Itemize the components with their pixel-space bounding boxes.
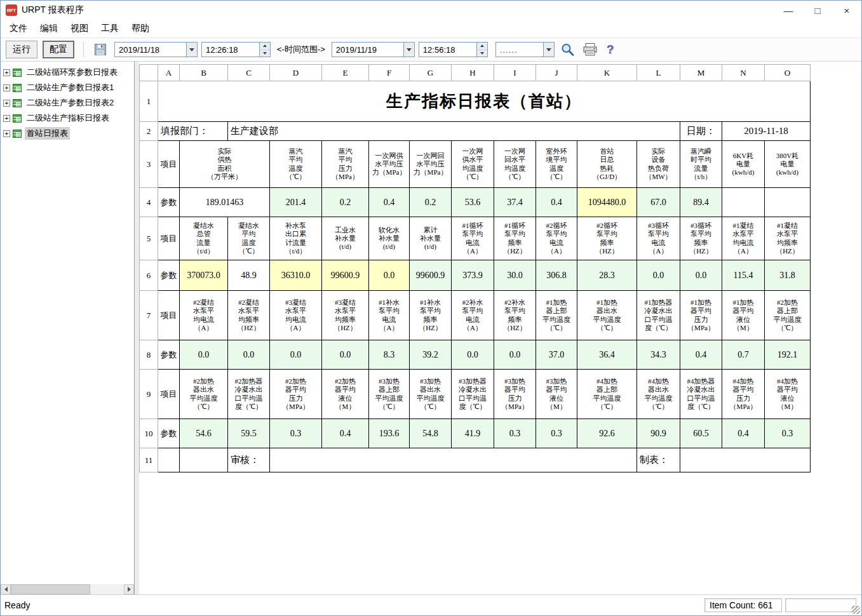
column-header-I[interactable]: I <box>494 65 536 81</box>
report-cell[interactable]: 53.6 <box>452 188 494 217</box>
report-cell[interactable]: #2凝结 水泵平 均电流 （A） <box>180 291 228 340</box>
row-header-5[interactable]: 5 <box>140 217 158 260</box>
report-cell[interactable]: 生产建设部 <box>228 122 680 141</box>
scrollbar-track[interactable] <box>11 584 124 594</box>
sidebar-horizontal-scrollbar[interactable] <box>1 584 134 594</box>
report-cell[interactable] <box>270 448 637 472</box>
scroll-left-button[interactable] <box>1 584 11 594</box>
report-cell[interactable]: 填报部门： <box>158 122 228 141</box>
report-cell[interactable]: 0.4 <box>680 340 722 370</box>
report-cell[interactable]: 6KV耗 电量 (kwh/d) <box>722 141 765 188</box>
report-cell[interactable]: #2加热 器平均 液位 （M） <box>322 370 369 419</box>
menu-item-edit[interactable]: 编辑 <box>34 20 64 37</box>
report-cell[interactable]: 59.5 <box>228 419 270 448</box>
end-time-spinner[interactable]: 12:56:18 <box>419 42 488 57</box>
report-cell[interactable]: 0.3 <box>536 419 577 448</box>
report-cell[interactable]: 28.3 <box>577 260 637 291</box>
report-cell[interactable]: #1补水 泵平均 频率 （HZ） <box>410 291 452 340</box>
report-cell[interactable]: #2加热 器上部 平均温度 （℃） <box>765 291 811 340</box>
end-time-value[interactable]: 12:56:18 <box>419 43 476 57</box>
report-cell[interactable]: 蒸汽瞬 时平均 流量 （t/h） <box>680 141 722 188</box>
column-header-J[interactable]: J <box>536 65 577 81</box>
tree-item-2[interactable]: +二级站生产参数日报表1 <box>1 80 134 95</box>
filter-dropdown-button[interactable] <box>543 43 554 57</box>
report-cell[interactable]: 1094480.0 <box>577 188 637 217</box>
report-cell[interactable]: #1循环 泵平均 电流 （A） <box>452 217 494 260</box>
report-cell[interactable]: #2循环 泵平均 频率 （HZ） <box>577 217 637 260</box>
report-cell[interactable]: 参数 <box>158 260 180 291</box>
report-cell[interactable]: #1加热 器平均 压力 （MPa） <box>680 291 722 340</box>
report-cell[interactable]: 0.0 <box>452 340 494 370</box>
column-header-G[interactable]: G <box>410 65 452 81</box>
search-button[interactable] <box>558 41 576 58</box>
report-cell[interactable]: 补水泵 出口累 计流量 （t/d） <box>270 217 322 260</box>
start-time-spinner[interactable]: 12:26:18 <box>201 42 271 57</box>
report-cell[interactable]: 参数 <box>158 340 180 370</box>
menu-item-view[interactable]: 视图 <box>64 20 95 37</box>
report-cell[interactable]: 凝结水 总管 流量 （t/d） <box>180 217 228 260</box>
report-cell[interactable]: 370073.0 <box>180 260 228 291</box>
report-cell[interactable]: 参数 <box>158 188 180 217</box>
report-cell[interactable]: 189.01463 <box>180 188 270 217</box>
report-cell[interactable]: 54.8 <box>410 419 452 448</box>
report-cell[interactable]: #2补水 泵平均 电流 （A） <box>452 291 494 340</box>
expand-icon[interactable]: + <box>3 115 10 122</box>
start-time-value[interactable]: 12:26:18 <box>202 43 259 57</box>
report-cell[interactable]: 67.0 <box>637 188 680 217</box>
report-cell[interactable]: #2补水 泵平均 频率 （HZ） <box>494 291 536 340</box>
tree-item-3[interactable]: +二级站生产参数日报表2 <box>1 95 134 110</box>
report-cell[interactable]: #1加热器 冷凝水出 口平均温 度（℃） <box>637 291 680 340</box>
report-cell[interactable]: 34.3 <box>637 340 680 370</box>
report-cell[interactable]: #4加热 器上部 平均温度 （℃） <box>577 370 637 419</box>
start-date-dropdown-button[interactable] <box>186 43 197 57</box>
end-date-value[interactable]: 2019/11/19 <box>332 43 403 57</box>
report-cell[interactable]: 蒸汽 平均 压力 （MPa） <box>322 141 369 188</box>
resize-grip[interactable] <box>852 606 860 614</box>
report-cell[interactable]: #2循环 泵平均 电流 （A） <box>536 217 577 260</box>
report-cell[interactable]: 实际 设备 热负荷 （MW） <box>637 141 680 188</box>
report-cell[interactable] <box>158 448 180 472</box>
tree-item-4[interactable]: +二级站生产指标日报表 <box>1 110 134 126</box>
report-cell[interactable]: 项目 <box>158 141 180 188</box>
report-cell[interactable]: 37.4 <box>494 188 536 217</box>
report-cell[interactable]: 实际 供热 面积 （万平米） <box>180 141 270 188</box>
report-cell[interactable]: 39.2 <box>410 340 452 370</box>
column-header-E[interactable]: E <box>322 65 369 81</box>
report-cell[interactable]: 制表： <box>637 448 680 472</box>
report-cell[interactable]: 首站 日总 热耗 （GJ/D） <box>577 141 637 188</box>
report-cell[interactable]: 89.4 <box>680 188 722 217</box>
report-cell[interactable] <box>765 188 811 217</box>
report-cell[interactable]: 项目 <box>158 291 180 340</box>
report-cell[interactable]: 0.4 <box>722 419 765 448</box>
scroll-right-button[interactable] <box>124 584 134 594</box>
minimize-button[interactable]: — <box>774 1 803 20</box>
report-cell[interactable]: #4加热 器平均 压力 （MPa） <box>722 370 765 419</box>
report-cell[interactable]: 2019-11-18 <box>722 122 811 141</box>
report-cell[interactable]: #3加热器 冷凝水出 口平均温 度（℃） <box>452 370 494 419</box>
report-cell[interactable]: 一次网 回水平 均温度 （℃） <box>494 141 536 188</box>
expand-icon[interactable]: + <box>3 130 10 137</box>
report-cell[interactable]: #3加热 器平均 液位 （M） <box>536 370 577 419</box>
panel-splitter[interactable] <box>135 62 139 594</box>
report-cell[interactable]: 380V耗 电量 (kwh/d) <box>765 141 811 188</box>
report-cell[interactable]: 90.9 <box>637 419 680 448</box>
corner-cell[interactable] <box>140 65 158 81</box>
start-date-picker[interactable]: 2019/11/18 <box>114 42 198 57</box>
report-cell[interactable]: 99600.9 <box>410 260 452 291</box>
report-cell[interactable]: 一次网 供水平 均温度 （℃） <box>452 141 494 188</box>
report-cell[interactable]: #1加热 器出水 平均温度 （℃） <box>577 291 637 340</box>
spin-up-button[interactable] <box>260 43 270 50</box>
report-cell[interactable]: 0.0 <box>369 260 410 291</box>
maximize-button[interactable]: □ <box>803 1 832 20</box>
spin-up-button[interactable] <box>477 43 487 50</box>
spin-down-button[interactable] <box>477 50 487 57</box>
column-header-N[interactable]: N <box>722 65 765 81</box>
column-header-F[interactable]: F <box>369 65 410 81</box>
report-cell[interactable] <box>680 448 811 472</box>
report-cell[interactable]: 0.4 <box>536 188 577 217</box>
row-header-8[interactable]: 8 <box>140 340 158 370</box>
report-cell[interactable]: 0.0 <box>494 340 536 370</box>
report-cell[interactable]: 306.8 <box>536 260 577 291</box>
spin-down-button[interactable] <box>260 50 270 57</box>
report-cell[interactable]: 凝结水 平均 温度 （℃） <box>228 217 270 260</box>
